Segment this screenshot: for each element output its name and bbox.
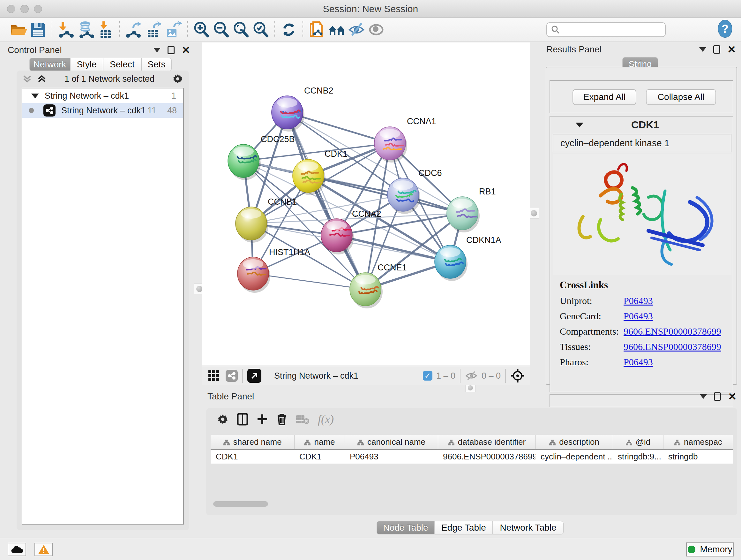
network-graph[interactable]: CCNB2CCNA1CDC25BCDK1CDC6RB1CCNB1CCNA2CDK… <box>202 43 530 366</box>
export-table-button[interactable] <box>144 20 163 40</box>
zoom-selected-button[interactable] <box>251 20 271 40</box>
table-row[interactable]: CDK1CDK1P064939606.ENSP00000378699cyclin… <box>211 449 733 463</box>
table-cell[interactable]: CDK1 <box>294 449 345 463</box>
expand-all-button[interactable]: Expand All <box>572 89 636 105</box>
control-panel-collapse-icon[interactable] <box>153 48 160 52</box>
node-CDC25B[interactable]: CDC25B <box>228 134 295 180</box>
table-panel-collapse-icon[interactable] <box>700 394 707 399</box>
hide-glass-button[interactable] <box>347 20 366 40</box>
import-network-database-button[interactable] <box>76 20 96 40</box>
save-session-button[interactable] <box>28 20 48 40</box>
table-cell[interactable]: CDK1 <box>211 449 294 463</box>
gene-section: CDK1 cyclin–dependent kinase 1 <box>549 116 733 392</box>
node-CCNB2[interactable]: CCNB2 <box>272 86 333 132</box>
crosslink-link[interactable]: 9606.ENSP00000378699 <box>623 341 721 352</box>
results-panel-collapse-icon[interactable] <box>699 47 706 52</box>
tab-sets[interactable]: Sets <box>141 58 172 71</box>
node-CDKN1A[interactable]: CDKN1A <box>434 235 501 281</box>
table-cell[interactable]: stringdb <box>663 449 733 463</box>
memory-button[interactable]: Memory <box>686 543 734 557</box>
results-panel-close-icon[interactable]: ✕ <box>727 45 736 54</box>
column-header-name[interactable]: name <box>294 435 345 449</box>
gear-icon[interactable] <box>172 73 183 84</box>
open-in-window-button[interactable] <box>247 369 261 383</box>
node-CCNE1[interactable]: CCNE1 <box>350 263 407 308</box>
table-panel-float-icon[interactable] <box>714 392 721 401</box>
tab-network-table[interactable]: Network Table <box>493 521 563 535</box>
export-image-button[interactable] <box>163 20 183 40</box>
zoom-fit-button[interactable] <box>231 20 251 40</box>
string-import-button[interactable] <box>307 20 327 40</box>
node-label-CDC6: CDC6 <box>418 168 442 178</box>
control-panel-float-icon[interactable] <box>167 46 175 54</box>
fit-content-crosshair-icon[interactable] <box>510 368 525 383</box>
node-RB1[interactable]: RB1 <box>447 187 496 233</box>
zoom-in-button[interactable] <box>192 20 211 40</box>
crosslink-link[interactable]: 9606.ENSP00000378699 <box>623 326 721 337</box>
table-gear-icon[interactable] <box>217 414 228 425</box>
control-panel-close-icon[interactable]: ✕ <box>182 46 190 54</box>
table-cell[interactable]: 9606.ENSP00000378699 <box>438 449 536 463</box>
show-columns-icon[interactable] <box>237 413 248 426</box>
tab-select[interactable]: Select <box>103 58 141 71</box>
import-table-button[interactable] <box>96 20 116 40</box>
node-CCNA1[interactable]: CCNA1 <box>374 117 436 163</box>
node-HIST1H1A[interactable]: HIST1H1A <box>238 247 310 293</box>
column-header-database-identifier[interactable]: database identifier <box>438 435 536 449</box>
zoom-out-button[interactable] <box>211 20 231 40</box>
show-glass-button[interactable] <box>366 20 386 40</box>
table-panel-close-icon[interactable]: ✕ <box>728 392 737 401</box>
tab-network[interactable]: Network <box>29 58 70 71</box>
toolbar-separator <box>52 21 52 38</box>
column-type-icon <box>357 439 364 446</box>
right-splitter-handle[interactable] <box>529 208 539 219</box>
help-button[interactable]: ? <box>718 20 732 38</box>
import-network-file-button[interactable] <box>56 20 76 40</box>
horizontal-scrollbar-thumb[interactable] <box>213 501 268 507</box>
collection-expand-icon[interactable] <box>31 94 39 98</box>
gene-symbol: CDK1 <box>631 119 659 131</box>
tab-node-table[interactable]: Node Table <box>377 521 434 535</box>
crosslink-link[interactable]: P06493 <box>623 311 653 321</box>
crosslink-link[interactable]: P06493 <box>623 357 653 368</box>
string-homes-button[interactable] <box>327 20 347 40</box>
tab-style[interactable]: Style <box>70 58 103 71</box>
column-header--id[interactable]: @id <box>613 435 663 449</box>
table-cell[interactable]: stringdb:9... <box>613 449 663 463</box>
grid-view-icon[interactable] <box>208 370 220 382</box>
gene-expand-icon[interactable] <box>576 123 583 127</box>
node-CCNB1[interactable]: CCNB1 <box>235 197 297 243</box>
network-icon-badge[interactable] <box>226 370 238 382</box>
window-close-dot[interactable] <box>7 5 15 13</box>
expand-all-icon[interactable] <box>37 74 47 84</box>
window-minimize-dot[interactable] <box>20 5 29 13</box>
window-zoom-dot[interactable] <box>34 5 42 13</box>
collapse-all-button[interactable]: Collapse All <box>646 89 716 105</box>
tab-edge-table[interactable]: Edge Table <box>434 521 493 535</box>
cloud-button[interactable] <box>8 543 26 556</box>
hidden-eye-icon[interactable] <box>465 370 478 381</box>
open-session-button[interactable] <box>8 20 28 40</box>
toolbar-search[interactable] <box>546 22 666 37</box>
column-header-shared-name[interactable]: shared name <box>211 435 294 449</box>
crosslink-link[interactable]: P06493 <box>623 295 653 306</box>
table-cell[interactable]: cyclin–dependent ... <box>536 449 613 463</box>
column-header-canonical-name[interactable]: canonical name <box>345 435 438 449</box>
network-row[interactable]: String Network – cdk1 11 48 <box>22 103 183 118</box>
apply-layout-button[interactable] <box>279 20 299 40</box>
table-cell[interactable]: P06493 <box>345 449 438 463</box>
network-collection-row[interactable]: String Network – cdk1 1 <box>22 88 183 103</box>
network-canvas[interactable]: CCNB2CCNA1CDC25BCDK1CDC6RB1CCNB1CCNA2CDK… <box>202 43 530 366</box>
search-input[interactable] <box>560 25 656 35</box>
column-header-description[interactable]: description <box>536 435 613 449</box>
results-panel-float-icon[interactable] <box>713 45 720 54</box>
delete-column-icon[interactable] <box>276 413 287 426</box>
warning-button[interactable] <box>35 543 53 556</box>
add-column-icon[interactable] <box>257 414 268 425</box>
export-network-button[interactable] <box>124 20 144 40</box>
column-header-namespac[interactable]: namespac <box>663 435 733 449</box>
function-builder-icon-disabled: f(x) <box>318 413 334 426</box>
collapse-all-icon[interactable] <box>22 74 32 84</box>
selected-checkbox[interactable]: ✓ <box>423 371 432 381</box>
results-panel: Results Panel ✕ String Expand All Collap… <box>542 43 739 387</box>
